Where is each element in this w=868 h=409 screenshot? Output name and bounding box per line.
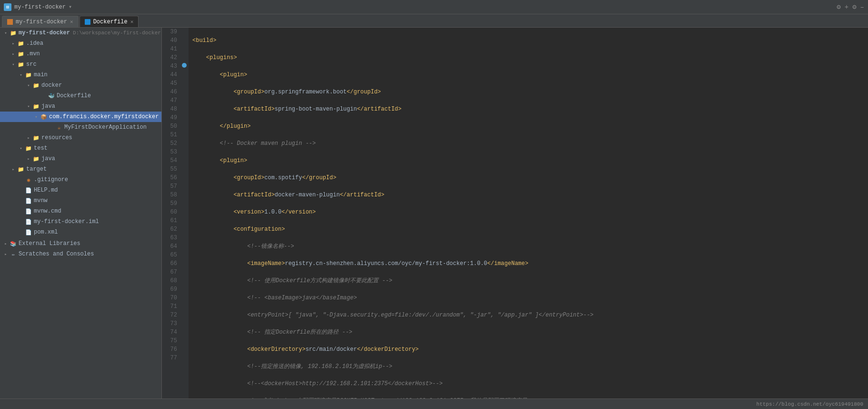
gitignore-icon: ◉ [25, 176, 32, 184]
sidebar-item-gitignore[interactable]: ◉ .gitignore [0, 174, 161, 185]
sidebar-item-helpmd[interactable]: 📄 HELP.md [0, 185, 161, 195]
title-dropdown-icon[interactable]: ▾ [69, 3, 72, 10]
idea-label: .idea [26, 40, 43, 47]
main-class-label: MyFirstDockerApplication [64, 124, 147, 131]
tab-dockerfile-label: Dockerfile [93, 19, 128, 25]
tab-dockerfile-close[interactable]: ✕ [130, 19, 134, 25]
sidebar-item-main-class[interactable]: ☕ MyFirstDockerApplication [0, 122, 161, 133]
tab-dockerfile[interactable]: Dockerfile ✕ [80, 16, 139, 27]
external-icon: 📚 [10, 240, 17, 247]
docker-label: docker [41, 82, 62, 89]
arrow-java [25, 102, 32, 110]
sidebar: 📁 my-first-docker D:\workspace\my-first-… [0, 28, 162, 399]
sidebar-item-test[interactable]: 📁 test [0, 143, 161, 153]
dockerfile-label: Dockerfile [57, 92, 91, 99]
code-content[interactable]: <build> <plugins> <plugin> <groupId>org.… [189, 28, 868, 399]
title-bar-left: ▤ my-first-docker ▾ [4, 3, 72, 11]
sidebar-item-scratches[interactable]: ✏ Scratches and Consoles [0, 249, 161, 259]
helpmd-label: HELP.md [34, 187, 58, 194]
root-label: my-first-docker [19, 30, 70, 36]
arrow-src [10, 61, 17, 68]
title-project-label: my-first-docker [14, 4, 66, 10]
arrow-root [2, 29, 10, 37]
status-bar: https://blog.csdn.net/oyc619491800 [0, 399, 868, 409]
sidebar-item-mvnwcmd[interactable]: 📄 mvnw.cmd [0, 206, 161, 216]
mvnwcmd-icon: 📄 [25, 207, 32, 215]
sidebar-item-target[interactable]: 📁 target [0, 164, 161, 174]
sidebar-item-mvn[interactable]: 📁 .mvn [0, 49, 161, 59]
arrow-main [17, 71, 25, 79]
src-label: src [26, 61, 37, 68]
sidebar-item-package[interactable]: 📦 com.francis.docker.myfirstdocker [0, 112, 161, 122]
target-label: target [26, 166, 47, 173]
tab-bar: my-first-docker ✕ Dockerfile ✕ [0, 14, 868, 28]
gutter-bookmark [181, 62, 188, 69]
project-icon: ▤ [4, 3, 11, 11]
arrow-external [2, 240, 10, 247]
gear-icon[interactable]: ⚙ [852, 3, 856, 11]
tab-maven-close[interactable]: ✕ [70, 19, 73, 25]
minus-icon[interactable]: – [860, 3, 864, 11]
helpmd-icon: 📄 [25, 186, 32, 194]
sidebar-item-src[interactable]: 📁 src [0, 59, 161, 70]
folder-target-icon: 📁 [17, 165, 25, 173]
resources-label: resources [41, 134, 72, 141]
status-url: https://blog.csdn.net/oyc619491800 [757, 401, 863, 407]
package-label: com.francis.docker.myfirstdocker [49, 113, 159, 120]
java-class-icon: ☕ [55, 123, 63, 131]
test-java-label: java [41, 155, 55, 162]
arrow-resources [25, 134, 32, 142]
sidebar-item-resources[interactable]: 📁 resources [0, 133, 161, 143]
docker-icon [85, 19, 90, 25]
folder-idea-icon: 📁 [17, 40, 25, 47]
sidebar-item-idea[interactable]: 📁 .idea [0, 38, 161, 49]
arrow-test [17, 144, 25, 152]
pomxml-icon: 📄 [25, 228, 32, 236]
sidebar-item-iml[interactable]: 📄 my-first-docker.iml [0, 216, 161, 227]
arrow-package [32, 113, 40, 121]
gitignore-label: .gitignore [34, 176, 68, 183]
arrow-scratches [2, 250, 10, 258]
mvnw-icon: 📄 [25, 197, 32, 204]
java-label: java [41, 103, 55, 110]
svg-point-0 [182, 63, 187, 68]
external-label: External Libraries [19, 240, 80, 247]
sidebar-item-pomxml[interactable]: 📄 pom.xml [0, 227, 161, 237]
project-folder-icon: 📁 [10, 29, 17, 37]
sidebar-item-external[interactable]: 📚 External Libraries [0, 238, 161, 249]
folder-resources-icon: 📁 [32, 134, 40, 142]
folder-main-icon: 📁 [25, 71, 32, 79]
folder-java-icon: 📁 [32, 102, 40, 110]
arrow-test-java [25, 155, 32, 163]
sidebar-item-java[interactable]: 📁 java [0, 101, 161, 112]
code-container[interactable]: 3940414243 4445464748 4950515253 5455565… [162, 28, 868, 399]
sidebar-item-dockerfile[interactable]: 🐳 Dockerfile [0, 91, 161, 101]
arrow-docker [25, 82, 32, 89]
test-label: test [34, 145, 48, 152]
folder-test-java-icon: 📁 [32, 155, 40, 163]
sidebar-item-docker[interactable]: 📁 docker [0, 80, 161, 91]
scratches-label: Scratches and Consoles [19, 251, 94, 257]
folder-docker-icon: 📁 [32, 82, 40, 89]
main-label: main [34, 72, 48, 78]
root-path: D:\workspace\my-first-docker [73, 30, 161, 36]
mvn-label: .mvn [26, 51, 40, 57]
add-icon[interactable]: + [845, 3, 848, 11]
editor-area: 3940414243 4445464748 4950515253 5455565… [162, 28, 868, 399]
folder-src-icon: 📁 [17, 61, 25, 68]
sidebar-item-root[interactable]: 📁 my-first-docker D:\workspace\my-first-… [0, 28, 161, 38]
line-numbers: 3940414243 4445464748 4950515253 5455565… [162, 28, 181, 399]
pomxml-label: pom.xml [34, 229, 58, 235]
sidebar-item-test-java[interactable]: 📁 java [0, 153, 161, 164]
scratches-icon: ✏ [10, 250, 17, 258]
sidebar-item-main[interactable]: 📁 main [0, 70, 161, 80]
maven-icon [7, 19, 13, 25]
settings-icon[interactable]: ⚙ [837, 3, 840, 11]
iml-icon: 📄 [25, 218, 32, 225]
mvnwcmd-label: mvnw.cmd [34, 208, 61, 215]
title-actions: ⚙ + ⚙ – [837, 3, 864, 11]
tab-maven[interactable]: my-first-docker ✕ [2, 16, 79, 27]
package-icon: 📦 [40, 113, 48, 121]
sidebar-item-mvnw[interactable]: 📄 mvnw [0, 195, 161, 206]
mvnw-label: mvnw [34, 197, 48, 204]
